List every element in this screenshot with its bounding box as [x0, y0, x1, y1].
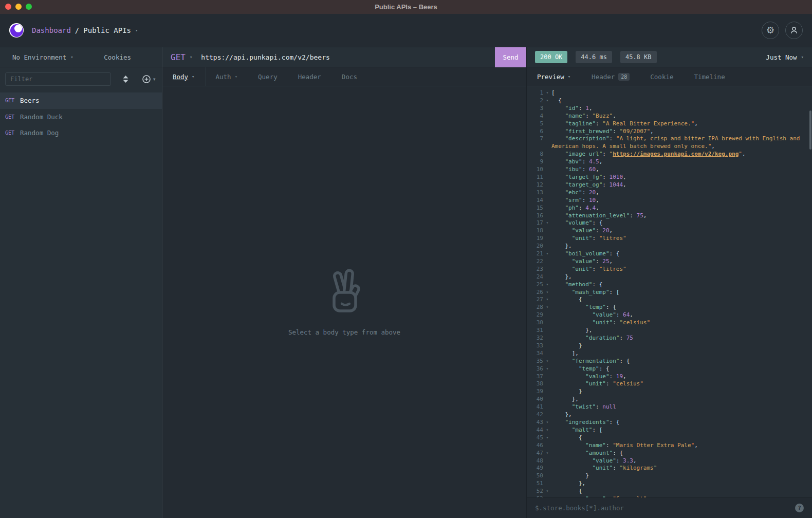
fold-toggle-icon[interactable]: ▾	[543, 427, 551, 434]
tab-label: Auth	[216, 73, 231, 81]
json-token: ,	[643, 212, 647, 219]
fold-toggle-icon[interactable]: ▾	[543, 488, 551, 495]
response-tab-cookie[interactable]: Cookie	[640, 67, 684, 86]
json-token: :	[606, 380, 613, 387]
code-line: 1▾[	[527, 89, 812, 97]
response-tab-header[interactable]: Header28	[581, 67, 640, 86]
request-name: Random Dog	[20, 129, 59, 137]
line-number: 38	[527, 380, 543, 388]
response-filter-input[interactable]: $.store.books[*].author	[535, 504, 795, 512]
code-text: "attenuation_level": 75,	[551, 212, 812, 220]
tab-auth[interactable]: Auth▾	[206, 67, 248, 86]
fold-toggle-icon[interactable]: ▾	[543, 219, 551, 227]
sidebar-filter-input[interactable]	[5, 72, 111, 86]
chevron-down-icon[interactable]: ▾	[135, 28, 138, 33]
request-list-item[interactable]: GETRandom Duck	[0, 109, 162, 125]
macos-titlebar: Public APIs – Beers	[0, 0, 812, 14]
request-pane: GET ▾ https://api.punkapi.com/v2/beers S…	[162, 47, 526, 518]
account-button[interactable]	[785, 22, 803, 39]
code-text: "temp": {	[551, 304, 812, 311]
tab-docs[interactable]: Docs	[331, 67, 367, 86]
json-token: : {	[592, 219, 602, 226]
minimize-button[interactable]	[15, 4, 22, 10]
code-text: "ibu": 60,	[551, 166, 812, 174]
tab-header[interactable]: Header	[288, 67, 331, 86]
json-token: :	[630, 212, 636, 219]
code-text: "ingredients": {	[551, 419, 812, 427]
code-text: "first_brewed": "09/2007",	[551, 128, 812, 136]
json-token: "target_og"	[565, 181, 603, 188]
json-token: ],	[572, 350, 579, 357]
code-text: "ph": 4.4,	[551, 205, 812, 212]
settings-button[interactable]: ⚙	[762, 22, 779, 39]
json-token: :	[596, 403, 602, 410]
fold-toggle-icon[interactable]: ▾	[543, 289, 551, 297]
response-url-link[interactable]: https://images.punkapi.com/v2/keg.png	[613, 151, 739, 157]
code-text: "amount": {	[551, 450, 812, 457]
environment-dropdown[interactable]: No Environment ▾	[0, 53, 73, 61]
response-history-dropdown[interactable]: Just Now ▾	[766, 53, 804, 61]
code-text: "method": {	[551, 281, 812, 289]
code-text: "target_og": 1044,	[551, 181, 812, 189]
breadcrumb-workspace[interactable]: Public APIs	[83, 26, 131, 34]
code-text: {	[551, 97, 812, 105]
fold-toggle-icon[interactable]: ▾	[543, 419, 551, 427]
tab-label: Cookie	[650, 73, 673, 81]
code-line: 28▾ "temp": {	[527, 304, 812, 311]
add-request-button[interactable]: ▾	[142, 75, 156, 83]
request-list-item[interactable]: GETRandom Dog	[0, 125, 162, 141]
json-token: }	[579, 388, 582, 395]
response-body-viewer[interactable]: 1▾[2▾ {3 "id": 1,4 "name": "Buzz",5 "tag…	[527, 86, 812, 497]
fold-toggle-icon[interactable]: ▾	[543, 450, 551, 457]
fold-toggle-icon[interactable]: ▾	[543, 89, 551, 97]
chevron-down-icon: ▾	[801, 54, 804, 60]
json-token: "09/2007"	[619, 128, 650, 135]
line-number: 25	[527, 281, 543, 289]
fold-spacer	[543, 403, 551, 411]
json-token: :	[582, 166, 589, 173]
fold-toggle-icon[interactable]: ▾	[543, 304, 551, 311]
fold-spacer	[543, 380, 551, 388]
tab-label: Header	[592, 73, 615, 81]
code-line: 25▾ "method": {	[527, 281, 812, 289]
send-button[interactable]: Send	[495, 47, 526, 67]
fold-toggle-icon[interactable]: ▾	[543, 281, 551, 289]
chevron-down-icon: ▾	[192, 74, 194, 79]
response-tabbar: Preview▾Header28CookieTimeline	[527, 67, 812, 86]
scrollbar-thumb[interactable]	[809, 110, 811, 150]
fold-toggle-icon[interactable]: ▾	[543, 434, 551, 442]
response-tab-timeline[interactable]: Timeline	[684, 67, 735, 86]
response-tab-preview[interactable]: Preview▾	[527, 67, 581, 86]
code-line: 9 "abv": 4.5,	[527, 158, 812, 166]
line-number: 12	[527, 181, 543, 189]
line-number: 6	[527, 128, 543, 136]
tab-body[interactable]: Body▾	[162, 67, 206, 86]
url-input[interactable]: https://api.punkapi.com/v2/beers	[192, 53, 495, 61]
json-token: "srm"	[565, 197, 582, 203]
fold-toggle-icon[interactable]: ▾	[543, 365, 551, 373]
json-token: "kilograms"	[619, 465, 657, 471]
json-token: }	[579, 342, 582, 349]
request-list-item[interactable]: GETBeers	[0, 92, 162, 109]
json-token: 1010	[610, 174, 623, 180]
fold-toggle-icon[interactable]: ▾	[543, 97, 551, 105]
line-number: 52	[527, 488, 543, 495]
cookies-button[interactable]: Cookies	[104, 53, 131, 61]
zoom-button[interactable]	[26, 4, 32, 10]
fold-toggle-icon[interactable]: ▾	[543, 296, 551, 304]
line-number: 49	[527, 465, 543, 472]
code-line: 32 "duration": 75	[527, 335, 812, 342]
sort-button[interactable]	[123, 76, 128, 83]
breadcrumb-dashboard-link[interactable]: Dashboard	[32, 26, 71, 34]
close-button[interactable]	[5, 4, 11, 10]
code-text: "value": 19,	[551, 373, 812, 381]
fold-toggle-icon[interactable]: ▾	[543, 358, 551, 365]
help-icon[interactable]: ?	[795, 504, 804, 512]
json-token: "Maris Otter Extra Pale"	[613, 442, 694, 449]
code-line: 29 "value": 64,	[527, 311, 812, 319]
code-line: 50 }	[527, 472, 812, 480]
method-dropdown[interactable]: GET ▾	[162, 52, 192, 62]
fold-toggle-icon[interactable]: ▾	[543, 250, 551, 258]
tab-query[interactable]: Query	[248, 67, 288, 86]
code-line: 12 "target_og": 1044,	[527, 181, 812, 189]
